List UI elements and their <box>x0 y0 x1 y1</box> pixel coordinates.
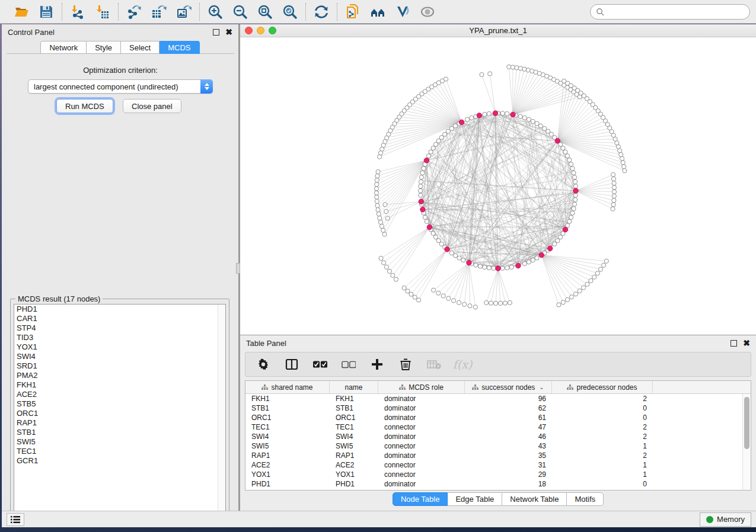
export-image-icon[interactable] <box>176 4 192 20</box>
network-canvas[interactable] <box>240 37 756 334</box>
mcds-result-item[interactable]: PHD1 <box>14 305 225 314</box>
open-file-icon[interactable] <box>13 4 30 20</box>
cell-successor-nodes: 18 <box>465 480 552 488</box>
node-table-rows: FKH1FKH1dominator962STB1STB1dominator620… <box>245 394 742 490</box>
run-mcds-button[interactable]: Run MCDS <box>56 99 113 113</box>
mcds-result-item[interactable]: ORC1 <box>14 409 225 418</box>
memory-button[interactable]: Memory <box>700 512 751 527</box>
table-row[interactable]: STB1STB1dominator620 <box>245 403 742 413</box>
table-row[interactable]: SWI4SWI4dominator462 <box>245 432 742 441</box>
search-input[interactable] <box>607 8 744 16</box>
table-row[interactable]: PHD1PHD1dominator180 <box>245 479 742 489</box>
close-panel-button[interactable]: Close panel <box>123 99 181 113</box>
network-window-titlebar[interactable]: YPA_prune.txt_1 <box>240 24 756 37</box>
close-table-panel-icon[interactable]: ✖ <box>743 340 750 347</box>
mcds-result-item[interactable]: FKH1 <box>14 380 225 390</box>
mcds-result-item[interactable]: ACE2 <box>14 390 225 399</box>
show-details-icon[interactable] <box>419 4 436 20</box>
select-all-icon[interactable] <box>313 357 327 371</box>
column-header-filler <box>653 381 751 393</box>
zoom-in-icon[interactable] <box>207 4 224 20</box>
table-settings-icon[interactable] <box>256 357 270 371</box>
window-minimize-icon[interactable] <box>257 27 264 34</box>
tab-node-table[interactable]: Node Table <box>393 492 448 506</box>
cell-successor-nodes: 29 <box>465 470 552 479</box>
table-row[interactable]: RAP1RAP1dominator352 <box>245 451 742 460</box>
mcds-result-item[interactable]: STP4 <box>14 323 225 333</box>
column-header-name[interactable]: name <box>330 381 378 393</box>
import-table-icon[interactable] <box>94 4 111 20</box>
mcds-result-item[interactable]: SWI5 <box>14 437 225 447</box>
mcds-result-item[interactable]: CAR1 <box>14 314 225 323</box>
unselect-all-icon[interactable] <box>342 357 356 371</box>
search-network-icon[interactable] <box>369 4 386 20</box>
cell-predecessor-nodes: 2 <box>552 451 653 460</box>
mcds-result-item[interactable]: YOX1 <box>14 342 225 352</box>
table-row[interactable]: ORC1ORC1dominator610 <box>245 413 742 422</box>
cell-MCDS-role: connector <box>378 461 465 469</box>
import-network-icon[interactable] <box>69 4 86 20</box>
export-network-icon[interactable] <box>126 4 142 20</box>
table-row[interactable]: FKH1FKH1dominator962 <box>245 394 742 403</box>
zoom-fit-icon[interactable] <box>257 4 273 20</box>
table-scrollbar[interactable] <box>742 394 751 490</box>
tab-motifs[interactable]: Motifs <box>567 492 604 506</box>
close-panel-icon[interactable]: ✖ <box>225 29 232 36</box>
search-icon <box>596 8 604 16</box>
copy-network-icon[interactable] <box>344 4 361 20</box>
tab-network-table[interactable]: Network Table <box>502 492 567 506</box>
table-scrollbar-thumb[interactable] <box>744 397 749 449</box>
hide-details-icon[interactable] <box>394 4 411 20</box>
cell-shared-name: RAP1 <box>245 451 330 460</box>
table-row[interactable]: TEC1TEC1connector472 <box>245 422 742 432</box>
export-table-icon[interactable] <box>151 4 167 20</box>
tab-select[interactable]: Select <box>121 41 160 54</box>
cell-MCDS-role: dominator <box>378 432 465 441</box>
criterion-dropdown[interactable]: largest connected component (undirected) <box>28 79 213 94</box>
column-header-predecessor-nodes[interactable]: predecessor nodes <box>552 381 653 393</box>
table-row[interactable]: SWI5SWI5connector431 <box>245 441 742 451</box>
mcds-result-item[interactable]: RAP1 <box>14 418 225 428</box>
task-history-button[interactable] <box>7 513 24 526</box>
mcds-result-item[interactable]: SWI4 <box>14 352 225 361</box>
search-field[interactable] <box>590 4 750 20</box>
mcds-result-item[interactable]: PMA2 <box>14 371 225 380</box>
mcds-result-item[interactable]: TID3 <box>14 333 225 342</box>
cell-predecessor-nodes: 2 <box>552 423 653 431</box>
add-column-icon[interactable] <box>370 357 384 371</box>
mcds-result-item[interactable]: STB5 <box>14 399 225 409</box>
column-header-shared-name[interactable]: shared name <box>245 381 330 393</box>
tab-mcds[interactable]: MCDS <box>160 41 199 54</box>
mcds-result-item[interactable]: STB1 <box>14 428 225 437</box>
tab-network[interactable]: Network <box>40 41 87 54</box>
mcds-list-scrollbar[interactable] <box>218 305 225 514</box>
save-icon[interactable] <box>38 4 55 20</box>
zoom-selected-icon[interactable] <box>282 4 298 20</box>
network-graph <box>240 37 756 334</box>
mcds-result-item[interactable]: GCR1 <box>14 456 225 466</box>
window-close-icon[interactable] <box>245 27 253 34</box>
column-view-icon[interactable] <box>285 357 299 371</box>
mcds-result-list[interactable]: PHD1CAR1STP4TID3YOX1SWI4SRD1PMA2FKH1ACE2… <box>14 304 226 515</box>
column-header-MCDS-role[interactable]: MCDS role <box>378 381 465 393</box>
float-table-panel-icon[interactable] <box>731 340 737 347</box>
column-header-successor-nodes[interactable]: successor nodes⌄ <box>465 381 552 393</box>
cell-predecessor-nodes: 0 <box>552 414 653 422</box>
zoom-out-icon[interactable] <box>232 4 248 20</box>
cell-name: ACE2 <box>330 461 378 469</box>
cell-shared-name: ACE2 <box>245 461 330 469</box>
vertical-splitter-handle[interactable] <box>236 263 240 274</box>
mcds-result-group: MCDS result (17 nodes) PHD1CAR1STP4TID3Y… <box>10 299 229 519</box>
refresh-layout-icon[interactable] <box>313 4 330 20</box>
window-maximize-icon[interactable] <box>269 27 276 34</box>
float-panel-icon[interactable] <box>213 29 219 36</box>
cell-successor-nodes: 62 <box>465 404 552 412</box>
tab-style[interactable]: Style <box>87 41 121 54</box>
mcds-result-item[interactable]: TEC1 <box>14 447 225 456</box>
table-row[interactable]: YOX1YOX1connector291 <box>245 470 742 479</box>
delete-column-icon[interactable] <box>398 357 413 371</box>
table-row[interactable]: ACE2ACE2connector311 <box>245 460 742 470</box>
cell-successor-nodes: 47 <box>465 423 552 431</box>
tab-edge-table[interactable]: Edge Table <box>448 492 502 506</box>
mcds-result-item[interactable]: SRD1 <box>14 361 225 371</box>
